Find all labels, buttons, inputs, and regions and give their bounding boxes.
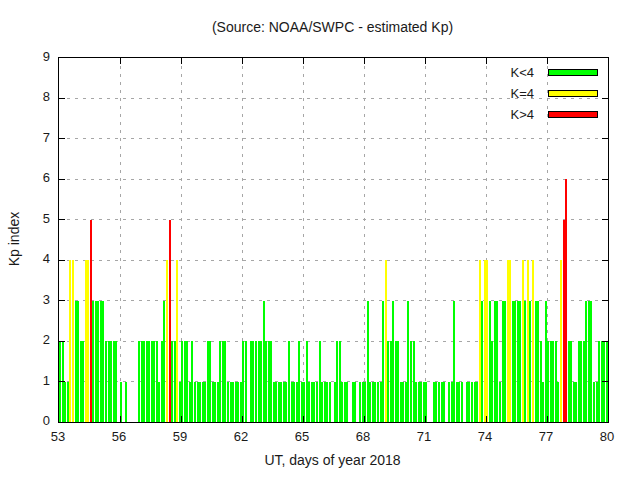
legend-color-swatch bbox=[548, 69, 598, 76]
x-tick-mark bbox=[181, 416, 182, 422]
y-tick-mark bbox=[59, 381, 65, 382]
y-tick-label: 9 bbox=[14, 49, 50, 64]
x-tick-mark bbox=[425, 416, 426, 422]
plot-area: K<4K=4K>4 bbox=[58, 57, 609, 423]
legend-entry-label: K=4 bbox=[511, 86, 535, 101]
legend-color-swatch bbox=[548, 111, 598, 118]
y-tick-mark bbox=[602, 179, 608, 180]
y-tick-mark bbox=[602, 98, 608, 99]
x-tick-mark bbox=[486, 58, 487, 64]
y-gridline bbox=[59, 219, 608, 220]
x-tick-mark bbox=[364, 416, 365, 422]
x-tick-mark bbox=[242, 58, 243, 64]
kp-bar bbox=[425, 382, 427, 422]
y-axis-label: Kp index bbox=[6, 139, 22, 339]
y-tick-mark bbox=[59, 138, 65, 139]
x-tick-mark bbox=[486, 416, 487, 422]
y-tick-mark bbox=[59, 179, 65, 180]
x-gridline bbox=[364, 58, 365, 422]
y-tick-mark bbox=[602, 138, 608, 139]
legend: K<4K=4K>4 bbox=[511, 62, 599, 125]
kp-bar bbox=[245, 341, 247, 422]
y-gridline bbox=[59, 138, 608, 139]
x-axis-label: UT, days of year 2018 bbox=[58, 452, 607, 468]
x-tick-label: 74 bbox=[465, 429, 505, 444]
x-gridline bbox=[303, 58, 304, 422]
y-tick-mark bbox=[602, 341, 608, 342]
y-gridline bbox=[59, 179, 608, 180]
kp-bar bbox=[346, 382, 348, 422]
y-tick-label: 1 bbox=[14, 373, 50, 388]
x-tick-label: 65 bbox=[282, 429, 322, 444]
kp-bar bbox=[125, 382, 127, 422]
legend-entry-label: K<4 bbox=[511, 65, 535, 80]
x-tick-label: 62 bbox=[221, 429, 261, 444]
x-gridline bbox=[425, 58, 426, 422]
y-tick-mark bbox=[59, 98, 65, 99]
x-tick-mark bbox=[303, 416, 304, 422]
x-gridline bbox=[120, 58, 121, 422]
y-tick-label: 8 bbox=[14, 89, 50, 104]
x-tick-mark bbox=[425, 58, 426, 64]
x-tick-mark bbox=[364, 58, 365, 64]
kp-bar bbox=[115, 341, 117, 422]
legend-entry-label: K>4 bbox=[511, 107, 535, 122]
x-tick-label: 53 bbox=[38, 429, 78, 444]
y-tick-mark bbox=[59, 300, 65, 301]
x-tick-label: 77 bbox=[526, 429, 566, 444]
y-tick-mark bbox=[602, 300, 608, 301]
x-tick-label: 56 bbox=[99, 429, 139, 444]
kp-bar bbox=[354, 382, 356, 422]
x-tick-mark bbox=[242, 416, 243, 422]
x-tick-mark bbox=[181, 58, 182, 64]
y-tick-mark bbox=[602, 219, 608, 220]
y-gridline bbox=[59, 260, 608, 261]
y-tick-mark bbox=[602, 260, 608, 261]
x-tick-mark bbox=[303, 58, 304, 64]
x-tick-label: 68 bbox=[343, 429, 383, 444]
x-tick-label: 71 bbox=[404, 429, 444, 444]
y-tick-mark bbox=[59, 260, 65, 261]
kp-bar bbox=[329, 382, 331, 422]
x-tick-mark bbox=[547, 416, 548, 422]
y-tick-mark bbox=[59, 219, 65, 220]
kp-bar bbox=[120, 382, 122, 422]
legend-entry: K<4 bbox=[511, 62, 599, 83]
y-tick-mark bbox=[59, 341, 65, 342]
x-tick-mark bbox=[120, 58, 121, 64]
y-tick-label: 0 bbox=[14, 413, 50, 428]
kp-index-chart: (Source: NOAA/SWPC - estimated Kp) K<4K=… bbox=[0, 0, 640, 480]
legend-entry: K>4 bbox=[511, 104, 599, 125]
x-tick-mark bbox=[120, 416, 121, 422]
legend-color-swatch bbox=[548, 90, 598, 97]
kp-bar bbox=[443, 382, 445, 422]
x-tick-label: 59 bbox=[160, 429, 200, 444]
kp-bar bbox=[461, 382, 463, 422]
legend-entry: K=4 bbox=[511, 83, 599, 104]
chart-title: (Source: NOAA/SWPC - estimated Kp) bbox=[58, 19, 607, 35]
x-tick-label: 80 bbox=[587, 429, 627, 444]
y-tick-mark bbox=[602, 381, 608, 382]
